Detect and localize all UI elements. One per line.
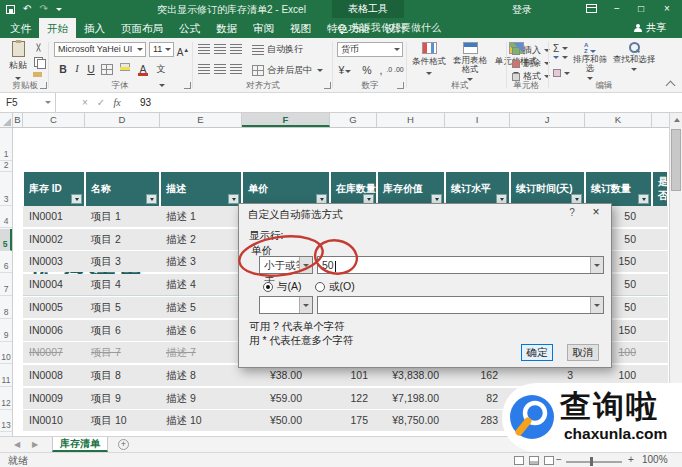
cancel-icon[interactable]: × — [78, 93, 92, 112]
row-number-1[interactable]: 1 — [0, 128, 12, 161]
cell-desc[interactable]: 描述 4 — [160, 274, 242, 295]
cell-name[interactable]: 项目 10 — [85, 410, 160, 431]
row-number-5[interactable]: 5 — [0, 229, 12, 251]
cell-level[interactable]: 82 — [445, 388, 510, 409]
row-number-3[interactable]: 3 — [0, 172, 12, 206]
cell-desc[interactable]: 描述 1 — [160, 206, 242, 227]
merge-center-button[interactable]: 合并后居中 — [252, 64, 323, 77]
align-right-icon[interactable] — [230, 64, 242, 74]
or-radio-dot[interactable] — [315, 282, 325, 292]
column-letter-K[interactable]: K — [585, 113, 652, 127]
insert-function-icon[interactable]: fx — [110, 93, 124, 112]
insert-cells-button[interactable]: 插入 — [512, 44, 550, 57]
tab-插入[interactable]: 插入 — [76, 18, 113, 38]
save-icon[interactable] — [6, 5, 15, 14]
cell-name[interactable]: 项目 6 — [85, 320, 160, 341]
value2-dropdown-icon[interactable] — [590, 297, 603, 313]
font-size-select[interactable]: 11 — [149, 42, 174, 57]
accounting-format-button[interactable]: ¥ — [338, 62, 352, 78]
vertical-scroll-thumb[interactable] — [671, 129, 681, 191]
number-format-select[interactable]: 货币 — [337, 42, 403, 57]
cell-id[interactable]: IN0001 — [23, 206, 85, 227]
cell-id[interactable]: IN0007 — [23, 342, 85, 363]
tab-公式[interactable]: 公式 — [171, 18, 208, 38]
cell-qty[interactable]: 101 — [330, 365, 377, 386]
row-number-8[interactable]: 8 — [0, 297, 12, 319]
cell-name[interactable]: 项目 7 — [85, 342, 160, 363]
name-box[interactable]: F5 — [0, 93, 56, 112]
page-layout-view-icon[interactable] — [529, 456, 539, 465]
decimal-buttons[interactable]: .0 .00 — [386, 62, 404, 78]
value2-combo[interactable] — [317, 296, 604, 314]
cell-price[interactable]: ¥59.00 — [242, 388, 330, 409]
undo-icon[interactable]: ↶ — [23, 2, 31, 16]
tab-页面布局[interactable]: 页面布局 — [113, 18, 171, 38]
cell-desc[interactable]: 描述 6 — [160, 320, 242, 341]
filter-dropdown-icon[interactable] — [146, 194, 157, 204]
table-header-1[interactable]: 库存 ID — [24, 172, 84, 206]
ribbon-display-options-icon[interactable] — [586, 4, 597, 13]
zoom-slider[interactable] — [566, 461, 622, 463]
sort-filter-button[interactable]: AZ 排序和筛选 — [572, 42, 608, 83]
row-number-10[interactable]: 10 — [0, 342, 12, 364]
tell-me-box[interactable]: 告诉我你想要做什么 — [338, 18, 441, 38]
font-name-select[interactable]: Microsoft YaHei UI — [54, 42, 146, 57]
cell-desc[interactable]: 描述 9 — [160, 388, 242, 409]
condition1-dropdown-icon[interactable] — [299, 257, 312, 273]
cell-id[interactable]: IN0009 — [23, 388, 85, 409]
cell-name[interactable]: 项目 1 — [85, 206, 160, 227]
fill-color-button[interactable] — [118, 61, 132, 71]
font-dialog-launcher[interactable] — [184, 82, 191, 89]
cell-desc[interactable]: 描述 10 — [160, 410, 242, 431]
cell-value[interactable]: ¥3,838.00 — [377, 365, 445, 386]
alignment-dialog-launcher[interactable] — [324, 82, 331, 89]
cell-id[interactable]: IN0010 — [23, 410, 85, 431]
or-radio[interactable]: 或(O) — [315, 280, 355, 294]
table-header-10[interactable]: 是否 — [653, 172, 667, 206]
cell-id[interactable]: IN0004 — [23, 274, 85, 295]
condition1-dropdown[interactable]: 小于或等于 — [259, 256, 313, 274]
condition2-dropdown-icon[interactable] — [299, 297, 312, 313]
value1-combo[interactable]: 50 — [317, 256, 604, 274]
enter-icon[interactable]: ✓ — [94, 93, 108, 112]
maximize-button[interactable]: □ — [630, 0, 652, 18]
autosum-button[interactable]: Σ — [553, 43, 568, 54]
delete-cells-button[interactable]: 删除 — [512, 57, 550, 70]
and-radio-dot[interactable] — [263, 282, 273, 292]
copy-icon[interactable] — [33, 56, 46, 67]
table-header-8[interactable]: 续订时间(天) — [511, 172, 584, 206]
cell-qty[interactable]: 175 — [330, 410, 377, 431]
cell-desc[interactable]: 描述 5 — [160, 297, 242, 318]
cell-id[interactable]: IN0002 — [23, 229, 85, 250]
align-top-icon[interactable] — [198, 44, 210, 54]
cell-level[interactable]: 162 — [445, 365, 510, 386]
cut-icon[interactable] — [33, 43, 46, 54]
align-center-icon[interactable] — [214, 64, 226, 74]
table-header-6[interactable]: 库存价值 — [378, 172, 444, 206]
cancel-button[interactable]: 取消 — [567, 344, 599, 361]
collapse-ribbon-icon[interactable] — [666, 81, 676, 91]
zoom-level[interactable]: 100% — [642, 454, 668, 465]
column-letter-G[interactable]: G — [330, 113, 377, 127]
and-radio[interactable]: 与(A) — [263, 280, 302, 294]
clipboard-dialog-launcher[interactable] — [40, 82, 47, 89]
tab-文件[interactable]: 文件 — [2, 18, 39, 38]
cell-qty[interactable]: 122 — [330, 388, 377, 409]
row-number-11[interactable]: 11 — [0, 365, 12, 387]
tab-开始[interactable]: 开始 — [39, 18, 76, 38]
dialog-close-button[interactable]: × — [587, 205, 605, 219]
zoom-slider-thumb[interactable] — [590, 457, 593, 466]
align-left-icon[interactable] — [198, 64, 210, 74]
cell-level[interactable]: 283 — [445, 410, 510, 431]
quick-access-dropdown-icon[interactable] — [56, 8, 62, 11]
cell-desc[interactable]: 描述 7 — [160, 342, 242, 363]
cell-id[interactable]: IN0006 — [23, 320, 85, 341]
format-as-table-button[interactable]: 套用表格格式 — [450, 42, 490, 84]
page-break-view-icon[interactable] — [544, 456, 554, 465]
borders-button[interactable] — [100, 61, 114, 75]
cell-desc[interactable]: 描述 2 — [160, 229, 242, 250]
table-header-2[interactable]: 名称 — [86, 172, 159, 206]
formula-bar-value[interactable]: 93 — [140, 93, 151, 112]
find-select-button[interactable]: 查找和选择 — [612, 42, 656, 74]
column-letter-H[interactable]: H — [377, 113, 445, 127]
